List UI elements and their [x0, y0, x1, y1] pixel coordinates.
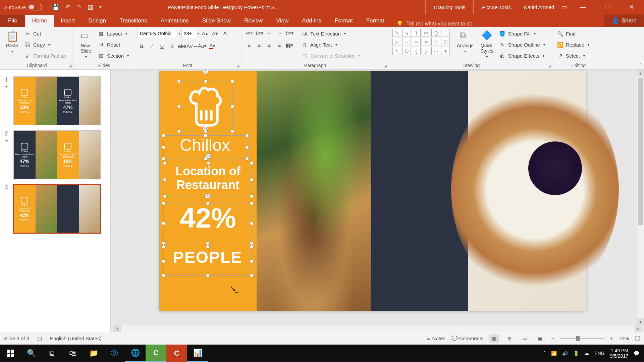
tab-format-picture[interactable]: Format — [360, 15, 391, 27]
edge-button[interactable]: ⓔ — [104, 345, 125, 362]
underline-button[interactable]: U — [158, 42, 166, 50]
find-button[interactable]: 🔍Find — [557, 29, 589, 39]
shape-curve-icon[interactable]: ∿ — [392, 47, 401, 55]
rotate-handle-icon[interactable]: ↻ — [205, 193, 210, 199]
dialog-launcher-icon[interactable]: ◢ — [548, 64, 551, 68]
scroll-left-icon[interactable]: ◂ — [114, 325, 121, 332]
tab-format-drawing[interactable]: Format — [328, 15, 360, 27]
shape-freeform-icon[interactable]: ⬡ — [402, 47, 411, 55]
qat-customize-icon[interactable]: ▾ — [99, 5, 101, 9]
section-button[interactable]: ▤Section▾ — [98, 51, 129, 61]
copy-button[interactable]: ⿻Copy▾ — [24, 40, 66, 50]
shape-outline-button[interactable]: ✎Shape Outline▾ — [499, 40, 545, 50]
rotate-handle-icon[interactable]: ↻ — [203, 70, 208, 74]
shape-star-icon[interactable]: ☆ — [431, 38, 440, 46]
zoom-out-button[interactable]: − — [551, 336, 554, 341]
notes-button[interactable]: ≣ Notes — [426, 336, 445, 342]
slide-thumbnail-2[interactable]: ChilloxReasonable Price Menu47%PEOPLE Ch… — [13, 130, 101, 179]
burger-image[interactable] — [257, 71, 371, 311]
user-name[interactable]: Nahid Ahmed — [524, 4, 554, 10]
tab-review[interactable]: Review — [237, 15, 270, 27]
reading-view-icon[interactable]: ▭ — [520, 335, 530, 343]
zoom-in-button[interactable]: + — [610, 336, 613, 341]
shadow-button[interactable]: S — [168, 42, 176, 50]
zoom-level[interactable]: 70% — [619, 336, 629, 341]
powerpoint-button[interactable]: 📊 — [187, 345, 208, 362]
shape-arrow2-icon[interactable]: ⇨ — [412, 38, 421, 46]
font-size-combo[interactable]: 28+ — [181, 29, 196, 38]
shape-oval-icon[interactable]: ◯ — [431, 29, 440, 37]
slide-percent[interactable]: 42% — [166, 202, 250, 234]
slide-thumbnail-3[interactable]: ChilloxLocation of Restaurant42%PEOPLE — [13, 184, 101, 233]
slide-people[interactable]: PEOPLE — [168, 248, 247, 266]
font-name-combo[interactable]: Century Gothic — [138, 29, 177, 38]
keyboard-lang[interactable]: ENG — [594, 351, 604, 356]
increase-indent-button[interactable]: ⇥ — [275, 29, 284, 38]
shape-connector-icon[interactable]: ⤵ — [412, 29, 421, 37]
rotate-handle-icon[interactable]: ↻ — [206, 153, 211, 159]
tab-addins[interactable]: Add-ins — [295, 15, 328, 27]
shape-brace2-icon[interactable]: } — [422, 47, 430, 55]
convert-smartart-button[interactable]: ▢Convert to SmartArt▾ — [301, 51, 360, 61]
layout-button[interactable]: ▦Layout▾ — [98, 29, 129, 39]
paste-button[interactable]: 📋 Paste ▾ — [3, 29, 21, 55]
shape-line-icon[interactable]: ＼ — [392, 29, 401, 37]
search-button[interactable]: 🔍 — [21, 345, 42, 362]
change-case-button[interactable]: Aa▾ — [198, 42, 207, 50]
slide-canvas-area[interactable]: ↻ ↻ Chillox ↻ Location ofRestaurant — [111, 70, 644, 332]
justify-button[interactable]: ≡ — [275, 41, 284, 50]
slide-counter[interactable]: Slide 3 of 3 — [4, 336, 29, 341]
shape-rect-icon[interactable]: ▭ — [422, 29, 430, 37]
onedrive-icon[interactable]: ☁ — [584, 351, 589, 356]
shape-triangle-icon[interactable]: △ — [392, 38, 401, 46]
scroll-thumb[interactable] — [638, 78, 643, 225]
undo-icon[interactable]: ↶ — [65, 3, 70, 11]
shape-arrow-icon[interactable]: ↘ — [402, 29, 411, 37]
clear-formatting-icon[interactable]: A̸ — [221, 29, 229, 38]
tab-animations[interactable]: Animations — [154, 15, 196, 27]
tab-file[interactable]: File — [0, 15, 25, 27]
shape-effects-button[interactable]: ◐Shape Effects▾ — [499, 51, 545, 61]
format-painter-button[interactable]: 🖌Format Painter — [24, 51, 66, 61]
tell-me-search[interactable]: 💡 Tell me what you want to do — [391, 20, 478, 27]
action-center-icon[interactable]: 💬 — [634, 351, 639, 356]
slide-subtitle[interactable]: Location ofRestaurant — [166, 164, 250, 192]
sorter-view-icon[interactable]: ⊞ — [505, 335, 514, 343]
scroll-down-icon[interactable]: ▾ — [637, 318, 644, 325]
redo-icon[interactable]: ↷ — [76, 3, 82, 11]
tab-home[interactable]: Home — [25, 15, 54, 27]
gallery-expand-icon[interactable]: ▾ — [441, 47, 450, 55]
cake-image[interactable] — [468, 71, 586, 311]
autosave-control[interactable]: AutoSave — [0, 4, 46, 10]
collapse-ribbon-icon[interactable]: ˄ — [639, 62, 641, 67]
recorder-button[interactable]: C — [166, 345, 187, 362]
columns-button[interactable]: ▮▮▾ — [285, 41, 294, 50]
increase-font-icon[interactable]: A▴ — [201, 29, 209, 38]
rotate-handle-icon[interactable]: ↻ — [203, 126, 208, 131]
store-button[interactable]: 🛍 — [62, 345, 83, 362]
scroll-up-icon[interactable]: ▴ — [637, 70, 644, 76]
wifi-icon[interactable]: 📶 — [551, 351, 557, 356]
dialog-launcher-icon[interactable]: ◢ — [69, 64, 71, 68]
chrome-button[interactable]: 🌐 — [125, 345, 146, 362]
align-left-button[interactable]: ≡ — [245, 41, 254, 50]
text-direction-button[interactable]: ↕AText Direction▾ — [301, 29, 360, 39]
minimize-button[interactable]: ― — [575, 4, 591, 11]
select-button[interactable]: ⭷Select▾ — [557, 51, 589, 61]
zoom-slider[interactable] — [560, 338, 604, 339]
tab-insert[interactable]: Insert — [54, 15, 82, 27]
shape-brace1-icon[interactable]: { — [412, 47, 421, 55]
save-icon[interactable]: 💾 — [52, 3, 59, 11]
character-spacing-button[interactable]: AV↔ — [188, 42, 197, 50]
numbering-button[interactable]: 1≡▾ — [255, 29, 264, 38]
maximize-button[interactable]: ☐ — [599, 3, 615, 11]
language-indicator[interactable]: English (United States) — [50, 336, 101, 341]
arrange-button[interactable]: ⧉ Arrange▾ — [455, 29, 475, 55]
ribbon-display-icon[interactable]: ▭ — [562, 4, 567, 10]
horizontal-scrollbar[interactable]: ◂ ▸ — [114, 325, 641, 332]
volume-icon[interactable]: 🔊 — [562, 351, 568, 356]
slide-thumbnail-panel[interactable]: 1★ ChilloxLocation of the Restaurant10%P… — [0, 70, 111, 332]
shape-rhombus-icon[interactable]: ◇ — [402, 38, 411, 46]
close-button[interactable]: ✕ — [623, 3, 639, 11]
comments-button[interactable]: 💬 Comments — [451, 336, 484, 342]
